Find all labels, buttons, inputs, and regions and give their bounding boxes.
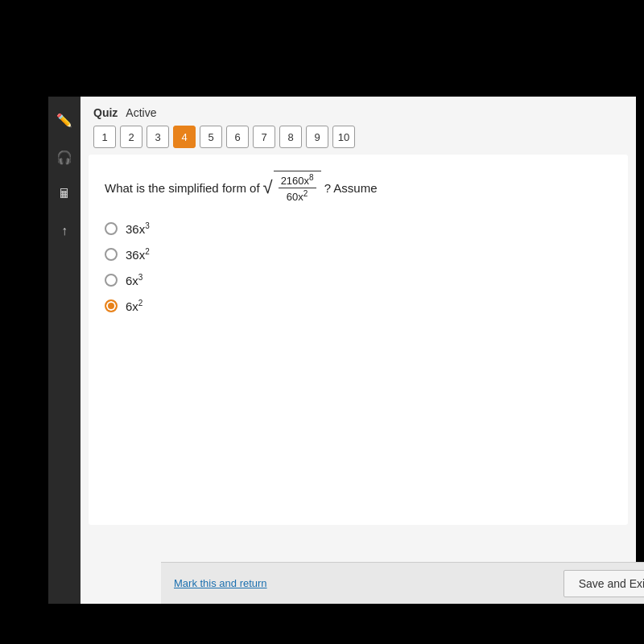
question-num-10[interactable]: 10 xyxy=(332,126,355,148)
sqrt-expression: √ 2160x8 60x2 xyxy=(263,171,321,205)
option-2[interactable]: 36x2 xyxy=(105,247,612,262)
answer-options: 36x3 36x2 6x3 6x2 xyxy=(105,221,612,313)
option-3-label: 6x3 xyxy=(126,273,142,287)
sqrt-content: 2160x8 60x2 xyxy=(274,171,321,205)
question-num-6[interactable]: 6 xyxy=(226,126,249,148)
footer: Mark this and return Save and Exit Ne xyxy=(161,562,644,604)
radio-4[interactable] xyxy=(105,299,118,312)
question-num-9[interactable]: 9 xyxy=(306,126,328,148)
quiz-header: Quiz Active 1 2 3 4 5 6 7 8 9 10 xyxy=(80,97,636,155)
calculator-icon[interactable]: 🖩 xyxy=(53,183,76,205)
radio-2[interactable] xyxy=(105,248,118,261)
radio-1[interactable] xyxy=(105,222,118,235)
quiz-status: Active xyxy=(126,106,156,119)
fraction-numerator: 2160x8 xyxy=(279,173,316,188)
quiz-label: Quiz xyxy=(93,106,118,119)
option-4[interactable]: 6x2 xyxy=(105,299,612,313)
sqrt-symbol: √ xyxy=(263,179,273,196)
mark-return-link[interactable]: Mark this and return xyxy=(174,577,267,589)
question-num-5[interactable]: 5 xyxy=(200,126,222,148)
numerator-exp: 8 xyxy=(309,173,314,182)
pencil-icon[interactable]: ✏️ xyxy=(53,109,76,131)
question-text-before: What is the simplified form of xyxy=(105,181,260,195)
question-num-7[interactable]: 7 xyxy=(253,126,275,148)
option-1[interactable]: 36x3 xyxy=(105,221,612,236)
save-exit-button[interactable]: Save and Exit xyxy=(564,570,644,597)
fraction-denominator: 60x2 xyxy=(284,188,311,203)
question-number-bar: 1 2 3 4 5 6 7 8 9 10 xyxy=(93,126,623,148)
arrow-up-icon[interactable]: ↑ xyxy=(53,220,76,242)
footer-buttons: Save and Exit Ne xyxy=(564,570,644,597)
option-3[interactable]: 6x3 xyxy=(105,273,612,287)
question-area: What is the simplified form of √ 2160x8 … xyxy=(89,155,628,525)
option-1-label: 36x3 xyxy=(126,221,150,236)
option-2-label: 36x2 xyxy=(126,247,150,262)
question-num-1[interactable]: 1 xyxy=(93,126,116,148)
main-content: Quiz Active 1 2 3 4 5 6 7 8 9 10 What is… xyxy=(80,97,636,604)
headphones-icon[interactable]: 🎧 xyxy=(53,146,76,168)
question-text-after: ? Assume xyxy=(324,181,378,195)
fraction: 2160x8 60x2 xyxy=(279,173,316,204)
sidebar: ✏️ 🎧 🖩 ↑ xyxy=(48,97,80,604)
option-4-label: 6x2 xyxy=(126,299,142,313)
question-num-8[interactable]: 8 xyxy=(279,126,302,148)
question-num-2[interactable]: 2 xyxy=(120,126,142,148)
radio-3[interactable] xyxy=(105,274,118,287)
question-num-4[interactable]: 4 xyxy=(173,126,196,148)
question-num-3[interactable]: 3 xyxy=(147,126,169,148)
denominator-exp: 2 xyxy=(303,189,308,198)
question-text: What is the simplified form of √ 2160x8 … xyxy=(105,171,612,205)
